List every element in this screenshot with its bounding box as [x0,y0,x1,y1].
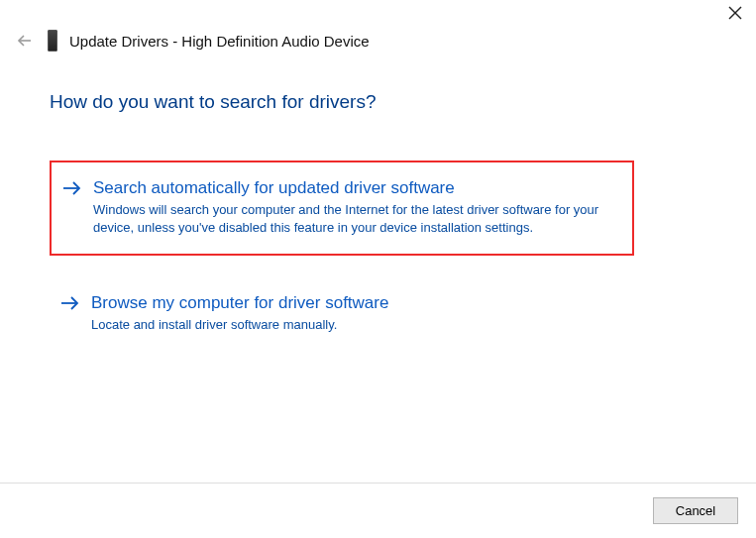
back-icon[interactable] [14,30,36,52]
option-description: Locate and install driver software manua… [91,316,388,334]
dialog-footer: Cancel [0,483,756,538]
arrow-right-icon [59,293,81,334]
arrow-right-icon [61,178,83,236]
window-title: Update Drivers - High Definition Audio D… [69,33,370,50]
option-description: Windows will search your computer and th… [93,201,608,236]
close-icon[interactable] [728,6,742,20]
option-search-automatically[interactable]: Search automatically for updated driver … [50,161,634,256]
option-title: Browse my computer for driver software [91,293,388,313]
option-title: Search automatically for updated driver … [93,178,608,198]
device-icon [48,30,57,52]
dialog-header: Update Drivers - High Definition Audio D… [0,0,756,52]
cancel-button[interactable]: Cancel [653,497,738,524]
page-heading: How do you want to search for drivers? [50,91,706,113]
option-browse-computer[interactable]: Browse my computer for driver software L… [50,277,634,352]
